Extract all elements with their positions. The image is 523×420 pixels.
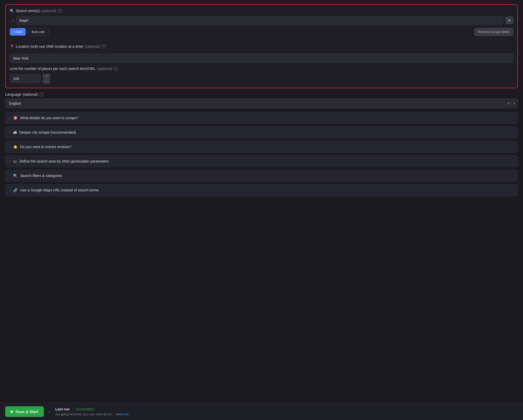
search-terms-optional: (optional) [41, 9, 56, 13]
language-title: Language [5, 92, 21, 96]
location-pin-icon: 📍 [10, 44, 14, 49]
accordion-icon-details: 🎯 [13, 116, 18, 120]
limit-increment-button[interactable]: ＋ [43, 74, 50, 78]
accordion-icon-maps_url: 🔗 [13, 188, 18, 192]
play-icon [11, 410, 13, 413]
location-input[interactable] [10, 54, 513, 63]
search-terms-actions: + Add Bulk edit Remove empty fields [10, 28, 513, 36]
limit-stepper: ＋ － [43, 74, 50, 84]
succeeded-label: Succeeded [76, 407, 94, 411]
view-run-link[interactable]: View run [116, 412, 128, 416]
limit-input[interactable] [10, 74, 41, 83]
accordion-label-details: What details do you want to scrape? [20, 116, 78, 120]
accordion-label-deeper: Deeper city scrape (recommended) [19, 130, 76, 134]
accordion-icon-filters: 🔍 [13, 174, 18, 178]
accordion-chevron-filters: › [10, 174, 11, 177]
last-run-description: Scraping finished, you can view all scr.… [55, 412, 115, 416]
accordion-icon-reviews: ⭐ [13, 145, 18, 149]
accordion-item-maps_url[interactable]: › 🔗 Use a Google Maps URL instead of sea… [5, 184, 518, 196]
accordion-item-reviews[interactable]: › ⭐ Do you want to extract reviews? [5, 141, 518, 153]
search-terms-label: 🔍 Search term(s) (optional) ? [10, 9, 513, 13]
accordion-item-geolocation[interactable]: › 🗂 Define the search area by other geol… [5, 155, 518, 167]
language-select-wrapper: English Spanish French German Chinese Ja… [5, 99, 518, 108]
search-term-input[interactable] [16, 16, 503, 25]
search-terms-title: Search term(s) [16, 9, 40, 13]
accordion-chevron-maps_url: › [10, 188, 11, 192]
add-term-button[interactable]: + Add [10, 28, 26, 36]
accordion-label-maps_url: Use a Google Maps URL instead of search … [20, 188, 99, 192]
save-start-button[interactable]: Save & Start [5, 406, 44, 417]
checkmark-icon: ✓ [48, 410, 51, 414]
limit-row: ＋ － [10, 74, 513, 84]
select-divider [512, 101, 512, 106]
chevron-down-icon[interactable]: ▾ [513, 102, 515, 105]
location-section: 📍 Location (only use ONE location at a t… [10, 40, 513, 63]
limit-section: Limit the number of places per each sear… [10, 67, 513, 84]
last-run-description-row: Scraping finished, you can view all scr.… [55, 412, 128, 416]
accordion-item-deeper[interactable]: › 🏙 Deeper city scrape (recommended) [5, 126, 518, 138]
accordion-icon-deeper: 🏙 [13, 130, 17, 134]
location-title: Location (only use ONE location at a tim… [16, 44, 83, 49]
accordion-label-reviews: Do you want to extract reviews? [20, 145, 71, 149]
language-help-icon[interactable]: ? [39, 92, 44, 96]
accordion-container: › 🎯 What details do you want to scrape? … [5, 112, 518, 196]
accordion-chevron-geolocation: › [10, 159, 11, 163]
save-start-label: Save & Start [15, 409, 38, 414]
succeeded-badge: ✓ Succeeded [72, 407, 94, 411]
language-label: Language (optional) ? [5, 92, 518, 96]
limit-decrement-button[interactable]: － [43, 79, 50, 84]
language-clear-button[interactable]: ✕ [507, 101, 510, 106]
last-run-info: Last run ✓ Succeeded Scraping finished, … [55, 407, 128, 416]
succeeded-check-icon: ✓ [72, 407, 75, 411]
search-pin-icon: 🔍 [10, 9, 14, 13]
last-run-label: Last run [55, 407, 69, 411]
language-section: Language (optional) ? English Spanish Fr… [5, 92, 518, 108]
search-terms-help-icon[interactable]: ? [58, 9, 62, 13]
language-select[interactable]: English Spanish French German Chinese Ja… [8, 99, 507, 108]
accordion-label-filters: Search filters & categories [20, 174, 62, 178]
remove-empty-button[interactable]: Remove empty fields [474, 28, 513, 36]
row-number: 1 [10, 19, 14, 22]
accordion-chevron-reviews: › [10, 145, 11, 149]
location-help-icon[interactable]: ? [102, 44, 106, 49]
location-label: 📍 Location (only use ONE location at a t… [10, 44, 513, 49]
language-optional: (optional) [23, 92, 38, 96]
last-run-top: Last run ✓ Succeeded [55, 407, 128, 411]
limit-optional: (optional) [97, 67, 112, 71]
remove-term-button[interactable]: ✕ [505, 17, 513, 24]
accordion-chevron-deeper: › [10, 131, 11, 134]
limit-title: Limit the number of places per each sear… [10, 67, 95, 71]
accordion-item-details[interactable]: › 🎯 What details do you want to scrape? [5, 112, 518, 124]
accordion-chevron-details: › [10, 116, 11, 120]
search-terms-card: 🔍 Search term(s) (optional) ? 1 ✕ + Add … [5, 4, 518, 88]
accordion-label-geolocation: Define the search area by other geolocat… [19, 159, 109, 163]
bulk-edit-button[interactable]: Bulk edit [28, 28, 48, 36]
limit-label: Limit the number of places per each sear… [10, 67, 513, 71]
footer-bar: Save & Start ✓ Last run ✓ Succeeded Scra… [0, 403, 523, 420]
location-optional: (optional) [85, 44, 100, 49]
accordion-item-filters[interactable]: › 🔍 Search filters & categories [5, 170, 518, 182]
accordion-icon-geolocation: 🗂 [13, 159, 17, 163]
limit-help-icon[interactable]: ? [114, 67, 118, 71]
search-term-row: 1 ✕ [10, 16, 513, 25]
